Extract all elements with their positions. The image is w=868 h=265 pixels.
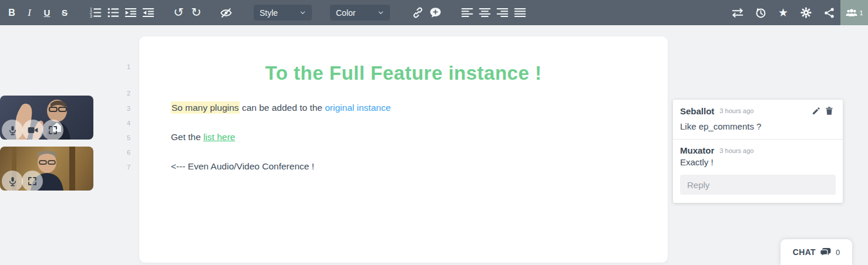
chat-message-count: 0: [836, 248, 840, 257]
line-number: 4: [106, 120, 130, 127]
indent-button[interactable]: [122, 4, 139, 22]
import-export-button[interactable]: [726, 4, 749, 22]
comment-header: Seballot 3 hours ago: [680, 106, 836, 116]
outdent-button[interactable]: [139, 4, 157, 22]
undo-button[interactable]: ↺: [170, 4, 187, 22]
mute-audio-button[interactable]: [2, 120, 23, 140]
show-users-button[interactable]: 1: [840, 0, 868, 25]
comment-text: Exactly !: [680, 157, 836, 167]
pencil-icon: [812, 106, 821, 115]
list-here-link[interactable]: list here: [203, 132, 235, 142]
ordered-list-icon: 1 2 3: [89, 6, 102, 19]
star-icon: ★: [778, 7, 788, 18]
italic-button[interactable]: I: [21, 4, 38, 22]
comment-item[interactable]: Muxator 3 hours ago Exactly !: [673, 139, 843, 175]
comment-timestamp: 3 hours ago: [719, 147, 836, 154]
mute-audio-button[interactable]: [2, 171, 23, 191]
camera-icon: [27, 124, 39, 136]
chevron-down-icon: [378, 9, 384, 16]
color-dropdown[interactable]: Color: [330, 5, 390, 21]
italic-icon: I: [28, 7, 31, 19]
redo-button[interactable]: ↻: [187, 4, 205, 22]
strikethrough-icon: S: [62, 8, 68, 18]
comment-timestamp: 3 hours ago: [719, 107, 810, 114]
chevron-down-icon: [300, 9, 306, 16]
insert-link-button[interactable]: [409, 4, 426, 22]
microphone-icon: [7, 125, 18, 136]
reply-box: [673, 175, 843, 203]
chat-toggle-button[interactable]: CHAT 0: [780, 239, 852, 265]
fullscreen-icon: [27, 176, 38, 186]
align-justify-icon: [514, 6, 526, 19]
video-participant-2[interactable]: [0, 147, 93, 191]
strikethrough-button[interactable]: S: [56, 4, 73, 22]
undo-icon: ↺: [173, 6, 184, 19]
comment-plus-icon: [429, 6, 442, 19]
comment-text: Like ep_comments ?: [680, 121, 836, 131]
reply-input[interactable]: [680, 175, 836, 195]
pad-paragraph-1: So many plugins can be added to the orig…: [171, 103, 391, 113]
gear-icon: [800, 6, 812, 19]
toolbar-right-group: ★: [726, 0, 868, 25]
bold-icon: B: [8, 8, 15, 18]
chat-bubbles-icon: [820, 247, 832, 257]
disable-video-button[interactable]: [22, 120, 43, 140]
align-left-icon: [461, 6, 473, 19]
pad-heading: To the Full Feature instance !: [139, 62, 668, 84]
style-dropdown[interactable]: Style: [254, 5, 312, 21]
add-comment-button[interactable]: [426, 4, 444, 22]
chat-label: CHAT: [793, 247, 816, 257]
ordered-list-button[interactable]: 1 2 3: [86, 4, 104, 22]
share-button[interactable]: [817, 4, 840, 22]
align-center-button[interactable]: [476, 4, 493, 22]
import-export-icon: [731, 6, 744, 19]
line-number: 3: [106, 105, 130, 112]
align-right-button[interactable]: [493, 4, 511, 22]
delete-comment-button[interactable]: [823, 106, 836, 116]
paragraph-text: Get the: [171, 132, 203, 142]
share-icon: [823, 7, 835, 19]
highlighted-text: So many plugins: [171, 101, 240, 114]
align-left-button[interactable]: [458, 4, 476, 22]
clear-authorship-button[interactable]: [217, 4, 235, 22]
video-participant-1[interactable]: [0, 96, 93, 140]
edit-comment-button[interactable]: [810, 106, 823, 116]
align-right-icon: [496, 6, 509, 19]
pad-paragraph-3: <--- Even Audio/Video Conference !: [171, 161, 314, 172]
paragraph-text: can be added to the: [240, 103, 325, 113]
underline-icon: U: [44, 8, 51, 18]
align-center-icon: [479, 6, 491, 19]
pad-editor[interactable]: To the Full Feature instance ! So many p…: [139, 36, 668, 263]
line-number: 1: [106, 63, 130, 70]
comment-header: Muxator 3 hours ago: [680, 145, 836, 155]
style-dropdown-label: Style: [260, 8, 278, 18]
trash-icon: [825, 106, 834, 115]
microphone-icon: [7, 176, 18, 187]
color-dropdown-label: Color: [336, 8, 355, 18]
eye-off-icon: [220, 6, 233, 19]
comment-item[interactable]: Seballot 3 hours ago Like ep_comments ?: [673, 100, 843, 139]
redo-icon: ↻: [191, 6, 201, 19]
users-count: 1: [859, 9, 863, 16]
history-button[interactable]: [749, 4, 772, 22]
comments-panel: Seballot 3 hours ago Like ep_comments ? …: [673, 100, 843, 203]
unordered-list-button[interactable]: [104, 4, 122, 22]
outdent-icon: [142, 6, 154, 19]
fullscreen-icon: [48, 125, 58, 135]
toolbar: B I U S 1 2 3 ↺ ↻: [0, 0, 868, 25]
original-instance-link[interactable]: original instance: [325, 103, 391, 113]
comment-author: Muxator: [680, 145, 714, 155]
line-number: 5: [106, 134, 130, 141]
line-number: 7: [106, 164, 130, 171]
line-number: 6: [106, 149, 130, 156]
star-button[interactable]: ★: [772, 4, 795, 22]
fullscreen-button[interactable]: [42, 120, 63, 140]
line-number: 2: [106, 90, 130, 97]
underline-button[interactable]: U: [38, 4, 56, 22]
fullscreen-button[interactable]: [22, 171, 43, 191]
svg-text:3: 3: [89, 14, 92, 18]
bold-button[interactable]: B: [3, 4, 21, 22]
settings-button[interactable]: [795, 4, 817, 22]
users-icon: [845, 6, 858, 19]
align-justify-button[interactable]: [511, 4, 529, 22]
